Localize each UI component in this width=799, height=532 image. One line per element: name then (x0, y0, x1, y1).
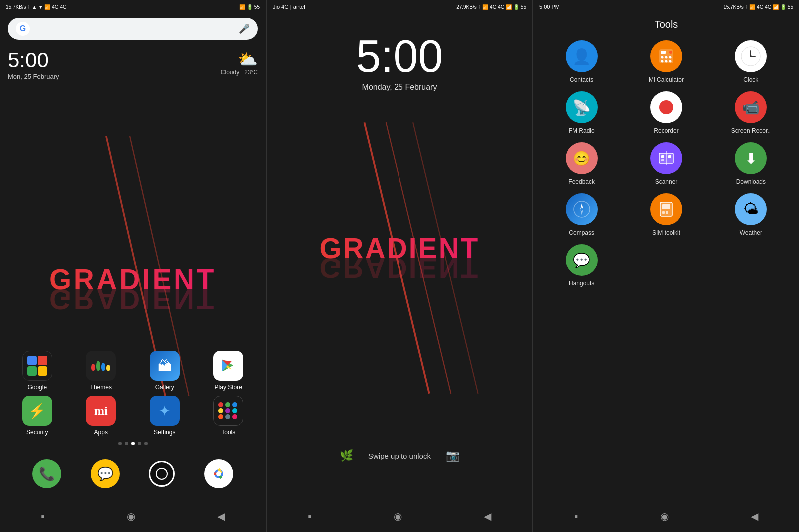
dock-phone[interactable]: 📞 (32, 459, 61, 488)
tool-calculator[interactable]: Mi Calculator (626, 40, 706, 83)
lock-time: 5:00 (356, 34, 443, 79)
dot-3[interactable] (131, 442, 135, 445)
svg-marker-32 (580, 209, 583, 215)
svg-point-19 (665, 60, 667, 63)
screenrec-label: Screen Recor.. (731, 127, 771, 134)
tool-radio[interactable]: 📡 FM Radio (541, 91, 622, 134)
home-date: Mon, 25 February (8, 73, 59, 80)
tool-weather[interactable]: 🌤 Weather (711, 193, 791, 236)
tool-feedback[interactable]: 😊 Feedback (541, 142, 622, 185)
lock-nav-square[interactable]: ▪ (298, 508, 321, 525)
recorder-dot (659, 100, 673, 114)
tool-contacts[interactable]: 👤 Contacts (541, 40, 622, 83)
scanner-icon (650, 142, 682, 174)
playstore-icon (220, 358, 236, 374)
tools-grid: 👤 Contacts (541, 40, 791, 287)
app-item-apps[interactable]: mi Apps (72, 396, 131, 436)
app-item-settings[interactable]: ✦ Settings (135, 396, 194, 436)
contacts-icon: 👤 (566, 40, 598, 72)
app-item-playstore[interactable]: Play Store (199, 351, 258, 391)
feedback-icon: 😊 (566, 142, 598, 174)
app-item-gallery[interactable]: 🏔 Gallery (135, 351, 194, 391)
tools-nav-square[interactable]: ▪ (564, 508, 588, 525)
tools-icon (218, 402, 238, 419)
svg-point-17 (669, 56, 671, 59)
home-time: 5:00 (8, 50, 59, 71)
svg-point-20 (669, 60, 671, 63)
tool-compass[interactable]: Compass (541, 193, 622, 236)
lock-screen-panel: Jio 4G | airtel 27.9KB/s ᛒ 📶 4G 4G 📶 🔋 5… (266, 0, 532, 532)
app-item-security[interactable]: ⚡ Security (8, 396, 67, 436)
tool-simtoolkit[interactable]: SIM toolkit (626, 193, 706, 236)
tools-nav-back[interactable]: ◀ (741, 507, 768, 525)
weather-tool-icon: 🌤 (735, 193, 767, 225)
tool-scanner[interactable]: Scanner (626, 142, 706, 185)
nav-back[interactable]: ◀ (207, 507, 235, 525)
app-label-settings: Settings (154, 429, 175, 436)
dock-chrome[interactable] (204, 459, 233, 488)
tools-speed: 15.7KB/s ᛒ 📶 4G 4G 📶 🔋 55 (723, 4, 793, 10)
app-grid: Google Themes 🏔 Galle (8, 351, 258, 436)
chrome-icon (210, 465, 228, 483)
lock-nav-circle[interactable]: ◉ (384, 507, 412, 525)
tools-nav-circle[interactable]: ◉ (650, 507, 679, 525)
dock: 📞 💬 (8, 453, 258, 494)
app-label-google: Google (27, 384, 47, 391)
lock-clock: 5:00 Monday, 25 February (356, 34, 443, 92)
search-bar[interactable]: G 🎤 (8, 18, 258, 40)
tool-screenrec[interactable]: 📹 Screen Recor.. (711, 91, 791, 134)
lock-camera-icon[interactable]: 📷 (431, 449, 474, 462)
google-logo: G (16, 22, 30, 36)
tools-title: Tools (541, 19, 791, 30)
tool-downloads[interactable]: ⬇ Downloads (711, 142, 791, 185)
simtoolkit-icon (650, 193, 682, 225)
dot-1[interactable] (118, 442, 122, 445)
weather-icon: ⛅ (238, 50, 258, 69)
app-label-themes: Themes (90, 384, 112, 391)
status-bar-lock: Jio 4G | airtel 27.9KB/s ᛒ 📶 4G 4G 📶 🔋 5… (267, 0, 532, 14)
app-item-tools[interactable]: Tools (199, 396, 258, 436)
svg-text:GRADIENT: GRADIENT (49, 283, 216, 315)
recorder-label: Recorder (654, 127, 678, 134)
svg-rect-34 (662, 204, 670, 209)
contacts-label: Contacts (570, 76, 593, 83)
calculator-label: Mi Calculator (649, 76, 684, 83)
dot-2[interactable] (125, 442, 128, 445)
weather-label: Weather (740, 229, 762, 236)
tool-hangouts[interactable]: 💬 Hangouts (541, 244, 622, 287)
app-item-google[interactable]: Google (8, 351, 67, 391)
svg-rect-29 (661, 159, 664, 161)
tools-content: Tools 👤 Contacts (533, 14, 799, 502)
hangouts-icon: 💬 (566, 244, 598, 276)
radio-label: FM Radio (569, 127, 595, 134)
tool-recorder[interactable]: Recorder (626, 91, 706, 134)
dock-messages[interactable]: 💬 (91, 459, 120, 488)
lock-nav-back[interactable]: ◀ (474, 507, 501, 525)
camera-inner-ring (156, 468, 168, 480)
app-label-security: Security (26, 429, 48, 436)
clock-icon (735, 40, 767, 72)
dock-camera[interactable] (149, 461, 175, 487)
nav-circle[interactable]: ◉ (117, 507, 145, 525)
radio-icon: 📡 (566, 91, 598, 123)
svg-point-6 (216, 471, 221, 476)
downloads-label: Downloads (736, 178, 766, 185)
svg-rect-35 (662, 211, 665, 214)
themes-icon (91, 361, 110, 371)
dot-5[interactable] (144, 442, 148, 445)
compass-label: Compass (569, 229, 594, 236)
svg-text:GRADIENT: GRADIENT (319, 252, 479, 283)
recorder-icon (650, 91, 682, 123)
dot-4[interactable] (138, 442, 141, 445)
svg-rect-36 (666, 211, 668, 214)
mic-icon[interactable]: 🎤 (239, 23, 250, 34)
tools-drawer-panel: 5:00 PM 15.7KB/s ᛒ 📶 4G 4G 📶 🔋 55 Tools … (532, 0, 799, 532)
home-clock: 5:00 Mon, 25 February (8, 50, 59, 80)
swipe-unlock-text: Swipe up to unlock (368, 452, 431, 460)
app-item-themes[interactable]: Themes (72, 351, 131, 391)
nav-square[interactable]: ▪ (31, 508, 54, 525)
svg-line-8 (386, 122, 451, 393)
page-dots (8, 442, 258, 445)
google-grid-icon (27, 356, 47, 376)
tool-clock[interactable]: Clock (711, 40, 791, 83)
